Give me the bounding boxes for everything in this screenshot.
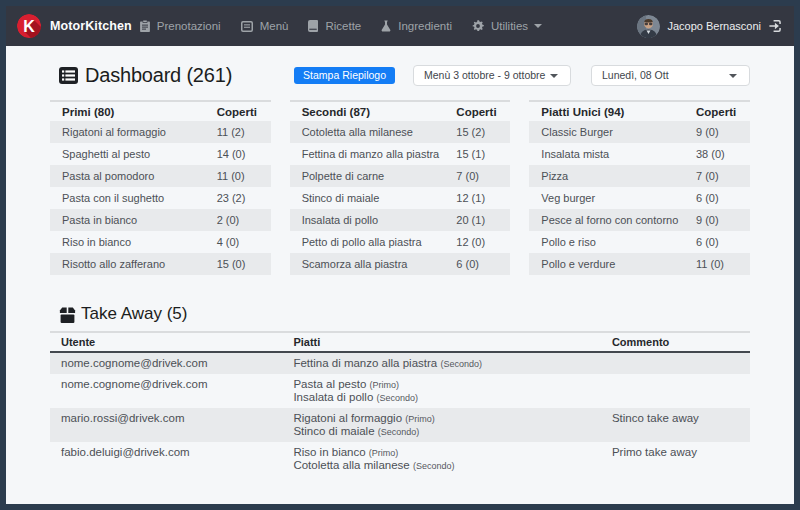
page-title-text: Dashboard (261) — [85, 64, 232, 87]
dish-row: Stinco di maiale12 (1) — [290, 187, 511, 209]
book-icon — [308, 20, 318, 32]
takeaway-header-comment: Commento — [601, 332, 750, 352]
dish-name: Veg burger — [529, 187, 688, 209]
dish-coperti-value: 2 (0) — [209, 209, 271, 231]
nav-items: Prenotazioni Menù Ricette Ingredienti — [140, 20, 542, 32]
dish-name: Insalata di pollo — [290, 209, 449, 231]
nav-item-label: Menù — [260, 20, 289, 32]
dish-coperti-value: 7 (0) — [688, 165, 750, 187]
avatar[interactable] — [637, 15, 660, 38]
navbar: K MotorKitchen Prenotazioni Menù — [6, 6, 794, 46]
main-content: Dashboard (261) Stampa Riepilogo Menù 3 … — [6, 64, 794, 476]
takeaway-dish-course: (Secondo) — [377, 393, 419, 403]
takeaway-comment — [601, 352, 750, 374]
takeaway-dish-line: Fettina di manzo alla piastra (Secondo) — [293, 357, 591, 370]
dish-table-header-row: Primi (80)Coperti — [50, 101, 271, 121]
dish-name: Rigatoni al formaggio — [50, 121, 209, 143]
takeaway-comment: Stinco take away — [601, 408, 750, 442]
takeaway-dish-line: Riso in bianco (Primo) — [293, 446, 591, 459]
nav-item-ricette[interactable]: Ricette — [308, 20, 361, 32]
dish-coperti-value: 38 (0) — [688, 143, 750, 165]
gear-icon — [472, 20, 484, 32]
dish-table-title: Primi (80) — [50, 101, 209, 121]
menu-week-select-value: Menù 3 ottobre - 9 ottobre — [424, 69, 545, 81]
day-select[interactable]: Lunedì, 08 Ott — [591, 65, 750, 86]
dish-coperti-value: 15 (2) — [448, 121, 510, 143]
dish-name: Pizza — [529, 165, 688, 187]
dish-name: Stinco di maiale — [290, 187, 449, 209]
dish-coperti-value: 23 (2) — [209, 187, 271, 209]
dish-table-title: Secondi (87) — [290, 101, 449, 121]
dish-coperti-value: 20 (1) — [448, 209, 510, 231]
takeaway-dish-course: (Primo) — [405, 414, 435, 424]
dish-row: Pollo e riso6 (0) — [529, 231, 750, 253]
dish-coperti-value: 9 (0) — [688, 209, 750, 231]
takeaway-user-email: fabio.deluigi@drivek.com — [50, 442, 282, 476]
takeaway-dish-course: (Secondo) — [440, 359, 482, 369]
dish-coperti-value: 15 (1) — [448, 143, 510, 165]
takeaway-header-dishes: Piatti — [282, 332, 601, 352]
nav-item-label: Ricette — [325, 20, 361, 32]
takeaway-dish-course: (Secondo) — [378, 427, 420, 437]
dish-name: Pasta con il sughetto — [50, 187, 209, 209]
takeaway-dish-line: Pasta al pesto (Primo) — [293, 378, 591, 391]
takeaway-dishes-cell: Pasta al pesto (Primo)Insalata di pollo … — [282, 374, 601, 408]
takeaway-comment — [601, 374, 750, 408]
takeaway-dish-line: Cotoletta alla milanese (Secondo) — [293, 459, 591, 472]
takeaway-dish-name: Fettina di manzo alla piastra — [293, 357, 440, 369]
takeaway-row: nome.cognome@drivek.comPasta al pesto (P… — [50, 374, 750, 408]
dish-row: Classic Burger9 (0) — [529, 121, 750, 143]
takeaway-header-row: Utente Piatti Commento — [50, 332, 750, 352]
page-title: Dashboard (261) — [59, 64, 232, 87]
takeaway-row: fabio.deluigi@drivek.comRiso in bianco (… — [50, 442, 750, 476]
nav-item-label: Ingredienti — [398, 20, 452, 32]
print-summary-button[interactable]: Stampa Riepilogo — [294, 67, 395, 84]
dish-table-value-header: Coperti — [688, 101, 750, 121]
takeaway-box-icon — [59, 307, 76, 323]
dish-name: Riso in bianco — [50, 231, 209, 253]
takeaway-title-text: Take Away (5) — [81, 304, 187, 324]
takeaway-dish-name: Insalata di pollo — [293, 391, 376, 403]
dish-row: Pasta con il sughetto23 (2) — [50, 187, 271, 209]
takeaway-user-email: nome.cognome@drivek.com — [50, 374, 282, 408]
nav-item-ingredienti[interactable]: Ingredienti — [381, 20, 452, 32]
nav-item-utilities[interactable]: Utilities — [472, 20, 542, 32]
dish-row: Insalata mista38 (0) — [529, 143, 750, 165]
navbar-user-area: Jacopo Bernasconi — [637, 15, 784, 38]
dashboard-columns: Primi (80)CopertiRigatoni al formaggio11… — [50, 100, 750, 275]
dish-name: Pasta in bianco — [50, 209, 209, 231]
menu-week-select[interactable]: Menù 3 ottobre - 9 ottobre — [413, 65, 571, 86]
takeaway-dish-name: Rigatoni al formaggio — [293, 412, 405, 424]
header-controls: Stampa Riepilogo Menù 3 ottobre - 9 otto… — [294, 65, 750, 86]
dish-row: Pollo e verdure11 (0) — [529, 253, 750, 275]
chevron-down-icon — [534, 24, 542, 28]
dish-name: Pesce al forno con contorno — [529, 209, 688, 231]
dish-table-header-row: Secondi (87)Coperti — [290, 101, 511, 121]
dish-row: Pasta al pomodoro11 (0) — [50, 165, 271, 187]
user-name[interactable]: Jacopo Bernasconi — [667, 20, 761, 32]
takeaway-user-email: nome.cognome@drivek.com — [50, 352, 282, 374]
nav-item-menu[interactable]: Menù — [241, 20, 289, 32]
nav-item-prenotazioni[interactable]: Prenotazioni — [140, 20, 221, 32]
dish-table-header-row: Piatti Unici (94)Coperti — [529, 101, 750, 121]
dish-coperti-value: 11 (0) — [688, 253, 750, 275]
brand-logo-icon: K — [17, 14, 41, 38]
takeaway-dishes-cell: Riso in bianco (Primo)Cotoletta alla mil… — [282, 442, 601, 476]
dish-row: Petto di pollo alla piastra12 (0) — [290, 231, 511, 253]
logout-icon[interactable] — [769, 20, 784, 32]
takeaway-dish-name: Cotoletta alla milanese — [293, 459, 413, 471]
takeaway-dish-line: Insalata di pollo (Secondo) — [293, 391, 591, 404]
dish-row: Risotto allo zafferano15 (0) — [50, 253, 271, 275]
dish-name: Fettina di manzo alla piastra — [290, 143, 449, 165]
dish-coperti-value: 6 (0) — [688, 231, 750, 253]
dish-name: Risotto allo zafferano — [50, 253, 209, 275]
dish-coperti-value: 6 (0) — [688, 187, 750, 209]
brand-name: MotorKitchen — [50, 19, 132, 33]
dish-table-title: Piatti Unici (94) — [529, 101, 688, 121]
brand[interactable]: K MotorKitchen — [17, 14, 132, 38]
dish-row: Riso in bianco4 (0) — [50, 231, 271, 253]
dish-coperti-value: 4 (0) — [209, 231, 271, 253]
dish-name: Insalata mista — [529, 143, 688, 165]
dish-row: Rigatoni al formaggio11 (2) — [50, 121, 271, 143]
dish-table-2: Piatti Unici (94)CopertiClassic Burger9 … — [529, 100, 750, 275]
